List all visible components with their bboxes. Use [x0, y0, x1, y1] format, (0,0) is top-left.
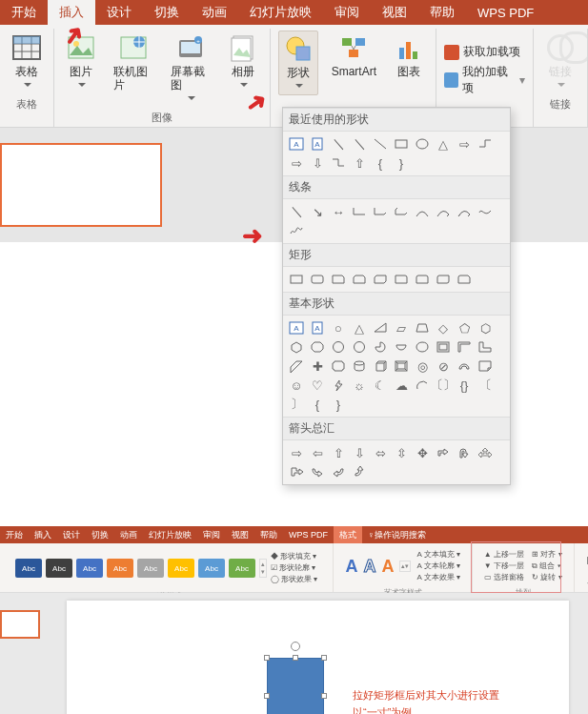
resize-handle[interactable] — [264, 655, 270, 661]
tab-design[interactable]: 设计 — [95, 0, 143, 25]
online-pictures-button[interactable]: 联机图片 — [110, 31, 157, 93]
slide-thumbnail[interactable] — [0, 143, 162, 227]
style-more[interactable]: ▴▾ — [259, 559, 267, 578]
shape-line[interactable]: ＼ — [329, 135, 348, 153]
shape-cloud[interactable]: ☁ — [392, 377, 411, 394]
rotate-handle-icon[interactable] — [291, 642, 300, 651]
shape-triangle[interactable]: △ — [434, 135, 453, 153]
tab2-trans[interactable]: 切换 — [86, 526, 114, 543]
shape-lbrace[interactable]: { — [308, 396, 327, 413]
shape-sun[interactable]: ☼ — [350, 377, 369, 394]
tab2-help[interactable]: 帮助 — [254, 526, 283, 543]
my-addins-button[interactable]: 我的加载项 ▾ — [444, 64, 525, 96]
shape-bent-arrow[interactable] — [434, 444, 453, 461]
shape-can[interactable] — [350, 357, 369, 375]
shape-arrow-down[interactable]: ⇩ — [308, 154, 327, 172]
resize-handle[interactable] — [321, 693, 327, 699]
shape-heart[interactable]: ♡ — [308, 377, 327, 394]
shape-elbow[interactable] — [371, 203, 390, 220]
shape-octagon[interactable] — [308, 338, 327, 356]
shape-arrow-d[interactable]: ⇩ — [350, 444, 369, 461]
shape-uturn-arrow[interactable] — [455, 444, 474, 461]
wordart-style[interactable]: A — [345, 557, 357, 577]
shape-foldedcorner[interactable] — [476, 357, 495, 375]
shape-halfframe[interactable] — [455, 338, 474, 356]
shape-scribble[interactable] — [287, 222, 306, 239]
shape-arrow-r[interactable]: ⇨ — [287, 444, 306, 461]
shape-diamond[interactable]: ◇ — [434, 319, 453, 337]
text-outline-btn[interactable]: A 文本轮廓 ▾ — [416, 561, 459, 572]
shape-rtriangle[interactable] — [371, 319, 390, 337]
shape-roundrect[interactable] — [308, 271, 327, 288]
shape-cube[interactable] — [371, 357, 390, 375]
wordart-style[interactable]: A — [381, 557, 394, 577]
screenshot-button[interactable]: + 屏幕截图 — [167, 31, 214, 107]
resize-handle[interactable] — [321, 655, 327, 661]
shape-curved-u[interactable] — [350, 463, 369, 480]
shape-line[interactable]: ＼ — [287, 203, 306, 220]
shape-rbracket[interactable]: 〕 — [287, 396, 306, 413]
shape-arrow[interactable]: ⇨ — [455, 135, 474, 153]
shape-elbow[interactable] — [392, 203, 411, 220]
tab2-design[interactable]: 设计 — [57, 526, 86, 543]
shapes-button[interactable]: 形状 — [278, 31, 318, 95]
resize-handle[interactable] — [293, 655, 298, 661]
link-button[interactable]: 链接 — [541, 31, 579, 93]
shape-arrow-up[interactable]: ⇧ — [350, 154, 369, 172]
shape-textbox[interactable]: A — [287, 319, 306, 337]
style-swatch[interactable]: Abc — [46, 559, 72, 578]
shape-textbox[interactable]: A — [287, 135, 306, 153]
shape-brace-r[interactable]: } — [392, 154, 411, 172]
shape-outline-btn[interactable]: ☑ 形状轮廓 ▾ — [271, 562, 317, 574]
shape-curve[interactable] — [434, 203, 453, 220]
shape-curved-r[interactable] — [308, 463, 327, 480]
tab2-anim[interactable]: 动画 — [114, 526, 143, 543]
shape-frame[interactable] — [434, 338, 453, 356]
tab2-insert[interactable]: 插入 — [29, 526, 57, 543]
shape-roundrect4[interactable] — [434, 271, 453, 288]
shape-lightning[interactable] — [329, 377, 348, 394]
wordart-more[interactable]: ▴▾ — [399, 561, 411, 572]
style-swatch[interactable]: Abc — [229, 559, 255, 578]
resize-handle[interactable] — [264, 693, 270, 699]
inserted-rectangle[interactable] — [267, 658, 324, 714]
shape-pentagon[interactable]: ⬠ — [455, 319, 474, 337]
tab-wpspdf[interactable]: WPS PDF — [466, 0, 545, 25]
shape-dodecagon[interactable] — [350, 338, 369, 356]
tab-slideshow[interactable]: 幻灯片放映 — [238, 0, 323, 25]
style-swatch[interactable]: Abc — [107, 559, 133, 578]
shape-parallelogram[interactable]: ▱ — [392, 319, 411, 337]
shape-fx-btn[interactable]: ◯ 形状效果 ▾ — [271, 574, 317, 585]
tab2-review[interactable]: 审阅 — [197, 526, 226, 543]
shape-rect[interactable] — [287, 271, 306, 288]
shape-hexagon[interactable]: ⬡ — [476, 319, 495, 337]
shape-pie[interactable] — [371, 338, 390, 356]
shape-blockarc[interactable] — [455, 357, 474, 375]
shape-lru-arrow[interactable] — [476, 444, 495, 461]
shape-oval[interactable] — [413, 135, 432, 153]
shape-arrow-u[interactable]: ⇧ — [329, 444, 348, 461]
shape-decagon[interactable] — [329, 338, 348, 356]
shape-roundrect3[interactable] — [413, 271, 432, 288]
shape-oval[interactable]: ○ — [329, 319, 348, 337]
tab-animations[interactable]: 动画 — [191, 0, 238, 25]
shape-doublebracket[interactable]: 〔〕 — [434, 377, 453, 394]
tab-start[interactable]: 开始 — [0, 0, 48, 25]
tab-view[interactable]: 视图 — [371, 0, 418, 25]
shape-moon[interactable]: ☾ — [371, 377, 390, 394]
shape-bevel[interactable] — [392, 357, 411, 375]
shape-arrow-lr[interactable]: ⬄ — [371, 444, 390, 461]
shape-arc[interactable] — [413, 377, 432, 394]
shape-curve[interactable] — [455, 203, 474, 220]
shape-line-darrow[interactable]: ↔ — [329, 203, 348, 220]
tab2-view[interactable]: 视图 — [226, 526, 254, 543]
shape-triangle[interactable]: △ — [350, 319, 369, 337]
tab-transitions[interactable]: 切换 — [143, 0, 191, 25]
shape-line[interactable]: ＼ — [350, 135, 369, 153]
shape-lbracket[interactable]: 〔 — [476, 377, 495, 394]
shape-curved-l[interactable] — [329, 463, 348, 480]
shape-roundsnip[interactable] — [455, 271, 474, 288]
shape-trapezoid[interactable] — [413, 319, 432, 337]
current-slide[interactable]: 拉好矩形框后对其大小进行设置 以“一寸”为例 一寸比例：3.5cm*2.5cm — [67, 601, 569, 714]
shape-rbrace[interactable]: } — [329, 396, 348, 413]
